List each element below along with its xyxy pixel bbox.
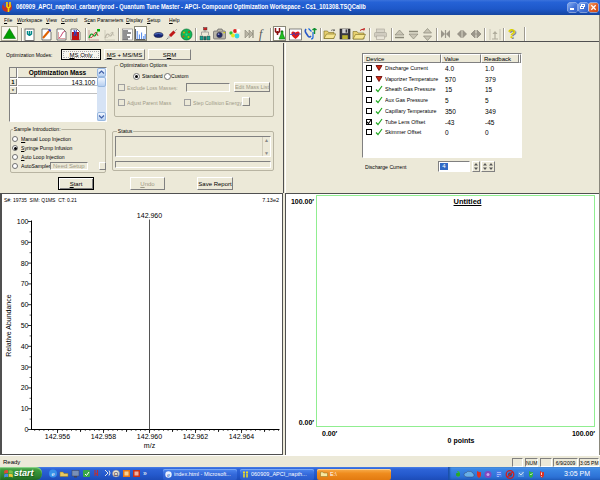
svg-text:70: 70 [21, 280, 29, 287]
svg-text:0: 0 [25, 426, 29, 433]
svg-text:90: 90 [21, 239, 29, 246]
svg-text:Ω: Ω [114, 471, 119, 477]
svg-text:142.962: 142.962 [183, 433, 208, 440]
svg-text:10: 10 [21, 405, 29, 412]
svg-text:40: 40 [21, 343, 29, 350]
svg-text:50: 50 [21, 322, 29, 329]
svg-text:Relative Abundance: Relative Abundance [5, 294, 12, 356]
svg-text:m/z: m/z [144, 442, 156, 449]
svg-text:142.960: 142.960 [137, 433, 162, 440]
svg-text:80: 80 [21, 260, 29, 267]
svg-text:100: 100 [17, 218, 29, 225]
svg-text:60: 60 [21, 301, 29, 308]
svg-text:142.964: 142.964 [229, 433, 254, 440]
svg-text:142.958: 142.958 [91, 433, 116, 440]
svg-text:142.960: 142.960 [137, 212, 162, 219]
svg-text:e: e [167, 471, 170, 478]
svg-text:20: 20 [21, 384, 29, 391]
svg-text:142.956: 142.956 [45, 433, 70, 440]
svg-text:30: 30 [21, 364, 29, 371]
svg-text:e: e [51, 470, 54, 478]
